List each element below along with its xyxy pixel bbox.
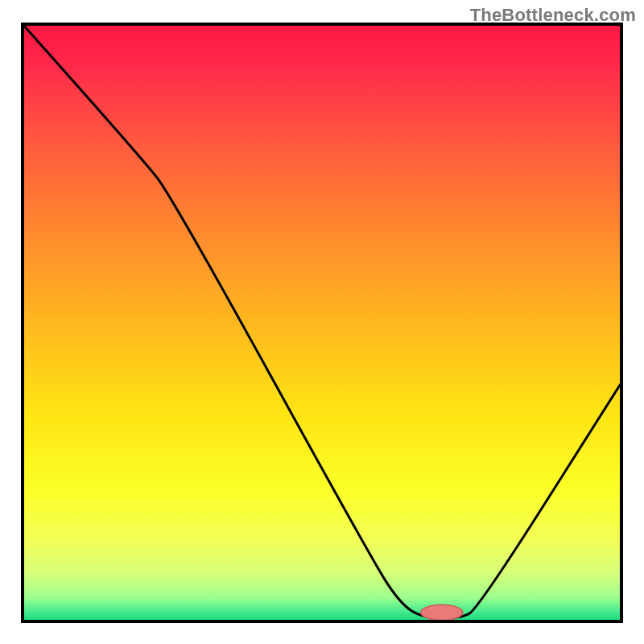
bottleneck-chart [0,0,644,644]
gradient-background [23,24,621,621]
chart-container: { "watermark": "TheBottleneck.com", "col… [0,0,644,644]
watermark-text: TheBottleneck.com [470,5,636,26]
optimal-marker [421,605,463,620]
